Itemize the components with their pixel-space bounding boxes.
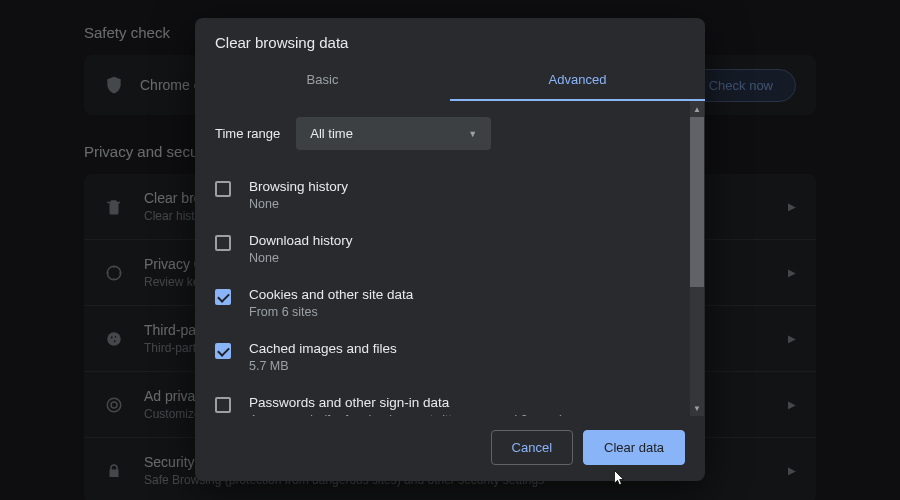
- caret-down-icon: ▼: [468, 129, 477, 139]
- scrollbar-thumb[interactable]: [690, 117, 704, 287]
- time-range-select[interactable]: All time ▼: [296, 117, 491, 150]
- clear-browsing-data-dialog: Clear browsing data Basic Advanced Time …: [195, 18, 705, 481]
- checkbox[interactable]: [215, 235, 231, 251]
- clear-data-button[interactable]: Clear data: [583, 430, 685, 465]
- dialog-title: Clear browsing data: [195, 18, 705, 61]
- tab-basic[interactable]: Basic: [195, 61, 450, 101]
- checkbox[interactable]: [215, 289, 231, 305]
- time-range-row: Time range All time ▼: [215, 117, 685, 150]
- checkbox[interactable]: [215, 343, 231, 359]
- checkbox[interactable]: [215, 397, 231, 413]
- dialog-body: Time range All time ▼ Browsing history N…: [195, 101, 705, 416]
- option-browsing-history[interactable]: Browsing history None: [215, 168, 685, 222]
- time-range-value: All time: [310, 126, 353, 141]
- option-cached-images[interactable]: Cached images and files 5.7 MB: [215, 330, 685, 384]
- cancel-button[interactable]: Cancel: [491, 430, 573, 465]
- option-cookies[interactable]: Cookies and other site data From 6 sites: [215, 276, 685, 330]
- time-range-label: Time range: [215, 126, 280, 141]
- scrollbar-up-button[interactable]: ▲: [690, 101, 704, 117]
- dialog-footer: Cancel Clear data: [195, 416, 705, 481]
- checkbox[interactable]: [215, 181, 231, 197]
- dialog-body-wrap: Time range All time ▼ Browsing history N…: [195, 101, 705, 416]
- dialog-tabs: Basic Advanced: [195, 61, 705, 101]
- option-passwords[interactable]: Passwords and other sign-in data 4 passw…: [215, 384, 685, 416]
- tab-advanced[interactable]: Advanced: [450, 61, 705, 101]
- option-download-history[interactable]: Download history None: [215, 222, 685, 276]
- scrollbar-down-button[interactable]: ▼: [690, 400, 704, 416]
